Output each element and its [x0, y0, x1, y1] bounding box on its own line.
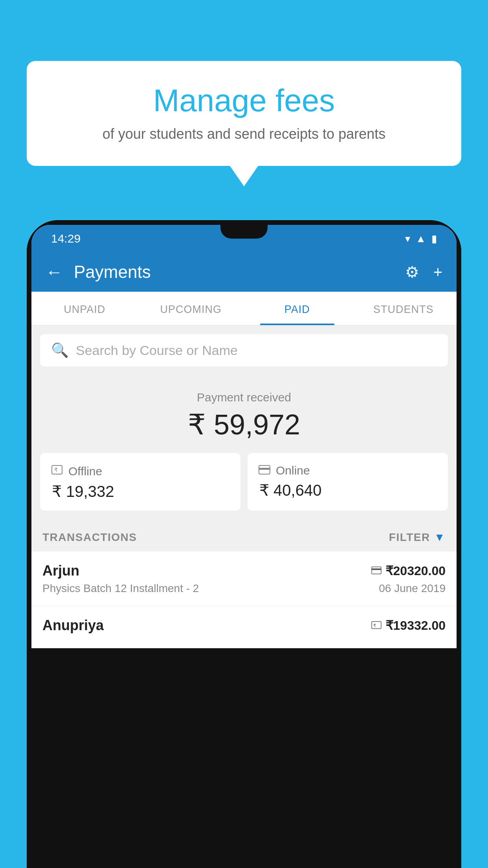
tab-unpaid[interactable]: UNPAID	[31, 292, 138, 325]
status-bar: 14:29 ▾ ▲ ▮	[31, 225, 457, 252]
offline-label: Offline	[68, 465, 102, 478]
signal-icon: ▲	[416, 233, 426, 245]
online-label: Online	[276, 464, 310, 477]
batch-info-arjun: Physics Batch 12 Installment - 2	[42, 582, 199, 595]
wifi-icon: ▾	[405, 233, 410, 245]
transaction-amount-arjun: ₹20320.00	[385, 563, 446, 578]
offline-icon: ₹	[51, 464, 63, 478]
add-icon[interactable]: +	[433, 263, 442, 281]
svg-rect-4	[372, 567, 381, 574]
bubble-title: Manage fees	[50, 83, 438, 119]
filter-label: FILTER	[389, 531, 430, 544]
tab-upcoming[interactable]: UPCOMING	[138, 292, 244, 325]
payment-received-section: Payment received ₹ 59,972	[31, 375, 457, 453]
app-title: Payments	[74, 262, 405, 282]
search-bar[interactable]: 🔍 Search by Course or Name	[40, 334, 448, 366]
filter-button[interactable]: FILTER ▼	[389, 531, 446, 544]
search-icon: 🔍	[51, 342, 69, 359]
payment-received-label: Payment received	[31, 391, 457, 404]
search-input[interactable]: Search by Course or Name	[76, 343, 238, 358]
battery-icon: ▮	[431, 233, 437, 245]
transactions-label: TRANSACTIONS	[42, 531, 137, 544]
svg-rect-3	[259, 468, 270, 470]
online-icon	[259, 464, 270, 477]
app-bar: ← Payments ⚙ +	[31, 252, 457, 292]
tab-paid[interactable]: PAID	[244, 292, 350, 325]
online-amount: ₹ 40,640	[259, 481, 437, 499]
tab-students[interactable]: STUDENTS	[350, 292, 457, 325]
settings-icon[interactable]: ⚙	[405, 263, 419, 281]
payment-received-amount: ₹ 59,972	[31, 408, 457, 441]
svg-text:₹: ₹	[373, 623, 376, 628]
transaction-item-arjun[interactable]: Arjun ₹20320.00 Physics Batch 12 Install…	[31, 552, 457, 606]
bubble-subtitle: of your students and send receipts to pa…	[50, 126, 438, 142]
tab-bar: UNPAID UPCOMING PAID STUDENTS	[31, 292, 457, 326]
payment-type-icon-arjun	[371, 565, 382, 577]
online-card: Online ₹ 40,640	[248, 453, 448, 511]
transaction-row1-anupriya: Anupriya ₹ ₹19332.00	[42, 617, 446, 634]
filter-icon: ▼	[434, 531, 446, 544]
transactions-header: TRANSACTIONS FILTER ▼	[31, 521, 457, 552]
phone-frame: 14:29 ▾ ▲ ▮ ← Payments ⚙ + UNPAID UPCOMI…	[27, 220, 461, 868]
transaction-amount-anupriya: ₹19332.00	[385, 618, 446, 633]
speech-bubble: Manage fees of your students and send re…	[27, 61, 461, 166]
transaction-row2-arjun: Physics Batch 12 Installment - 2 06 June…	[42, 582, 446, 595]
transaction-row1-arjun: Arjun ₹20320.00	[42, 563, 446, 579]
transaction-date-arjun: 06 June 2019	[379, 582, 446, 595]
status-icons: ▾ ▲ ▮	[405, 233, 437, 245]
offline-card: ₹ Offline ₹ 19,332	[40, 453, 240, 511]
offline-card-header: ₹ Offline	[51, 464, 229, 478]
online-card-header: Online	[259, 464, 437, 477]
offline-amount: ₹ 19,332	[51, 482, 229, 500]
status-time: 14:29	[51, 232, 81, 245]
back-button[interactable]: ←	[46, 262, 63, 282]
transaction-item-anupriya[interactable]: Anupriya ₹ ₹19332.00	[31, 606, 457, 648]
student-name-anupriya: Anupriya	[42, 617, 104, 634]
phone-screen: 14:29 ▾ ▲ ▮ ← Payments ⚙ + UNPAID UPCOMI…	[27, 220, 461, 648]
notch	[220, 225, 268, 239]
student-name-arjun: Arjun	[42, 563, 79, 579]
payment-cards-row: ₹ Offline ₹ 19,332 Online	[31, 453, 457, 521]
svg-rect-5	[372, 568, 381, 570]
amount-row-anupriya: ₹ ₹19332.00	[371, 618, 446, 633]
amount-row-arjun: ₹20320.00	[371, 563, 446, 578]
search-container: 🔍 Search by Course or Name	[31, 326, 457, 375]
svg-text:₹: ₹	[54, 467, 58, 473]
payment-type-icon-anupriya: ₹	[371, 620, 382, 632]
app-bar-actions: ⚙ +	[405, 263, 442, 281]
